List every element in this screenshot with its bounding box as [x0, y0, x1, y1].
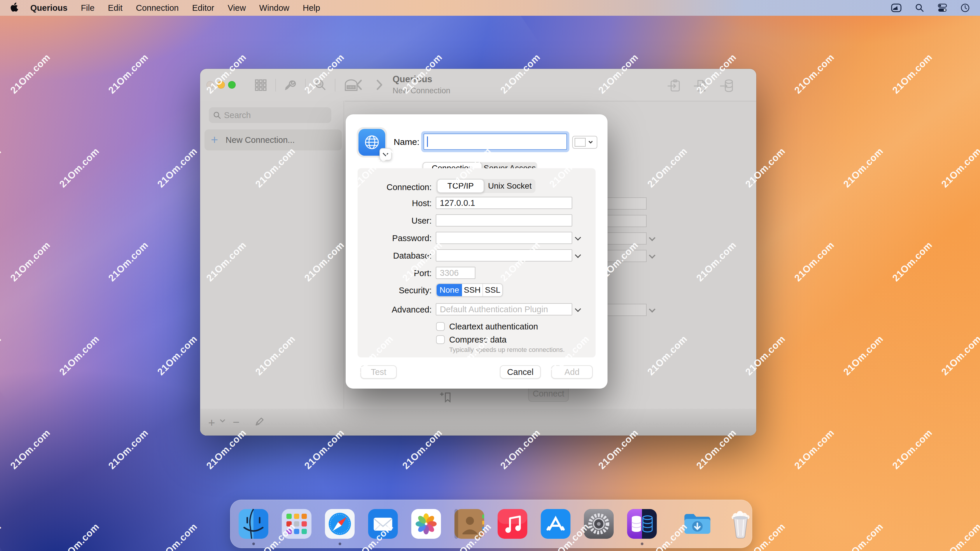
dock-item-contacts[interactable]	[454, 508, 485, 539]
apple-menu[interactable]	[10, 2, 19, 14]
zoom-button[interactable]	[228, 81, 235, 89]
menu-querious[interactable]: Querious	[30, 3, 67, 13]
name-field-wrap	[423, 133, 567, 150]
chevron-down-icon[interactable]	[220, 418, 226, 425]
menu-help[interactable]: Help	[303, 3, 320, 13]
compress-data-label: Compress data	[449, 335, 507, 344]
segment-ssh[interactable]: SSH	[462, 284, 482, 296]
sidebar-search[interactable]	[209, 107, 331, 123]
menu-connection[interactable]: Connection	[136, 3, 179, 13]
import-clipboard-icon[interactable]	[667, 78, 683, 95]
window-footer: + −	[200, 409, 756, 435]
menu-view[interactable]: View	[228, 3, 246, 13]
launchpad-icon	[281, 508, 312, 539]
add-button[interactable]: Add	[551, 365, 593, 379]
downloads-folder-icon	[682, 508, 713, 539]
gesture-icon[interactable]	[891, 3, 902, 13]
advanced-label: Advanced:	[358, 303, 432, 316]
menu-edit[interactable]: Edit	[108, 3, 123, 13]
password-label: Password:	[358, 232, 432, 244]
connection-form-panel: Connection: TCP/IP Unix Socket Host: Use…	[358, 168, 596, 357]
chevron-down-icon	[589, 139, 593, 143]
name-input[interactable]	[423, 133, 567, 150]
dock	[230, 500, 752, 548]
querious-icon	[627, 508, 657, 539]
contacts-icon	[454, 508, 485, 539]
add-icon[interactable]: +	[208, 416, 215, 429]
search-icon	[213, 111, 221, 119]
dock-item-photos[interactable]	[410, 508, 442, 539]
add-icon: +	[211, 134, 218, 146]
toolbar-separator	[335, 79, 336, 92]
dock-item-trash[interactable]	[725, 508, 756, 539]
segment-unix-socket[interactable]: Unix Socket	[484, 179, 536, 193]
connection-label: Connection:	[358, 180, 432, 194]
export-file-icon[interactable]	[693, 78, 709, 95]
dock-item-finder[interactable]	[238, 508, 269, 539]
safari-icon	[325, 508, 355, 539]
apple-logo-icon	[10, 2, 19, 12]
dock-item-launchpad[interactable]	[281, 508, 312, 539]
color-swatch-dropdown[interactable]	[572, 136, 597, 149]
segment-tcpip[interactable]: TCP/IP	[437, 179, 484, 193]
host-input[interactable]	[436, 197, 572, 209]
add-bookmark-icon	[438, 391, 453, 403]
test-button[interactable]: Test	[361, 365, 397, 379]
back-button[interactable]	[355, 77, 363, 94]
menu-editor[interactable]: Editor	[192, 3, 215, 13]
mail-icon	[368, 508, 398, 539]
user-input[interactable]	[436, 214, 572, 227]
remove-icon[interactable]: −	[233, 416, 239, 429]
advanced-options-chevron[interactable]	[575, 306, 581, 312]
finder-icon	[238, 508, 269, 539]
forward-button[interactable]	[375, 77, 384, 94]
cancel-button[interactable]: Cancel	[500, 365, 541, 379]
password-options-chevron[interactable]	[575, 234, 581, 240]
menu-file[interactable]: File	[81, 3, 94, 13]
segment-none[interactable]: None	[437, 284, 462, 296]
spotlight-search-icon[interactable]	[915, 3, 924, 13]
advanced-input[interactable]	[436, 303, 572, 316]
wrench-icon[interactable]	[283, 78, 298, 93]
chevron-down-icon	[383, 151, 388, 156]
dock-item-app-store[interactable]	[540, 508, 571, 539]
edit-pencil-icon[interactable]	[255, 416, 265, 428]
sidebar-item-label: New Connection...	[226, 135, 295, 145]
dock-item-music[interactable]	[497, 508, 528, 539]
database-input[interactable]	[436, 249, 572, 262]
sidebar-item-new-connection[interactable]: + New Connection...	[204, 129, 342, 151]
cleartext-auth-checkbox[interactable]	[436, 322, 445, 331]
icon-expander-button[interactable]	[379, 148, 392, 160]
cleartext-auth-label: Cleartext authentication	[449, 322, 538, 331]
port-input[interactable]	[436, 267, 476, 279]
zoom-filter-icon[interactable]	[313, 78, 328, 93]
control-center-icon[interactable]	[937, 3, 947, 13]
security-label: Security:	[358, 284, 432, 297]
chevron-down-icon	[649, 306, 655, 313]
dock-item-mail[interactable]	[368, 508, 398, 539]
database-options-chevron[interactable]	[575, 252, 581, 258]
trash-icon	[725, 508, 756, 539]
host-label: Host:	[358, 197, 432, 209]
dock-item-safari[interactable]	[325, 508, 355, 539]
password-input[interactable]	[436, 232, 572, 244]
clock-icon[interactable]	[960, 3, 970, 13]
segment-ssl[interactable]: SSL	[482, 284, 502, 296]
search-input[interactable]	[224, 111, 320, 120]
sidebar: + New Connection...	[200, 101, 344, 435]
app-store-icon	[540, 508, 571, 539]
close-button[interactable]	[207, 81, 214, 89]
table-grid-icon[interactable]	[253, 78, 268, 93]
compress-data-checkbox[interactable]	[436, 335, 445, 344]
photos-icon	[410, 508, 442, 539]
text-caret	[427, 137, 428, 147]
security-segmented: None SSH SSL	[436, 283, 503, 297]
dock-item-downloads[interactable]	[682, 508, 713, 539]
import-database-icon[interactable]	[719, 78, 735, 95]
minimize-button[interactable]	[217, 81, 225, 89]
chevron-down-icon	[649, 235, 655, 241]
dock-item-system-settings[interactable]	[583, 508, 614, 539]
dock-item-querious[interactable]	[627, 508, 657, 539]
menu-window[interactable]: Window	[259, 3, 290, 13]
add-bookmark-button[interactable]	[432, 389, 458, 405]
